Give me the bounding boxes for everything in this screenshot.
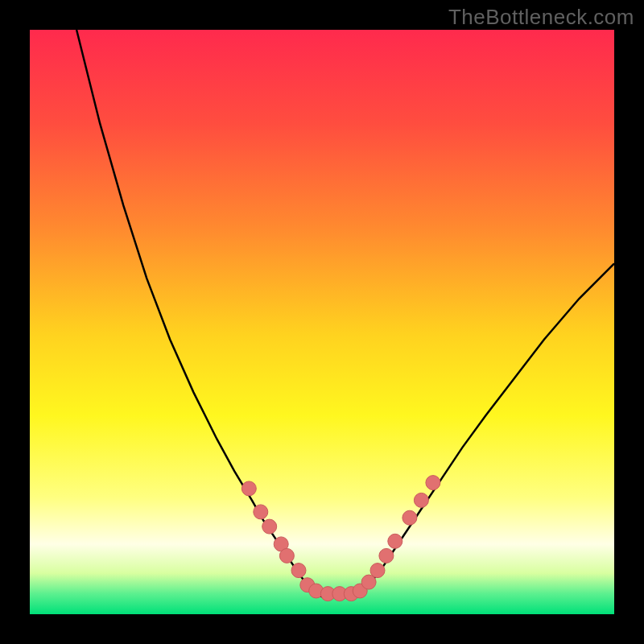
gradient-background — [30, 30, 614, 614]
marker-dot — [254, 505, 268, 519]
bottleneck-chart — [0, 0, 644, 644]
marker-dot — [279, 548, 294, 563]
marker-dot — [388, 534, 402, 548]
marker-dot — [370, 564, 385, 578]
marker-dot — [426, 476, 440, 490]
marker-dot — [291, 564, 306, 578]
marker-dot — [414, 493, 428, 507]
marker-dot — [402, 510, 417, 525]
marker-dot — [379, 548, 394, 563]
watermark-text: TheBottleneck.com — [448, 5, 634, 30]
marker-dot — [262, 519, 277, 534]
marker-dot — [242, 481, 256, 496]
chart-stage: { "watermark": "TheBottleneck.com", "col… — [0, 0, 644, 644]
